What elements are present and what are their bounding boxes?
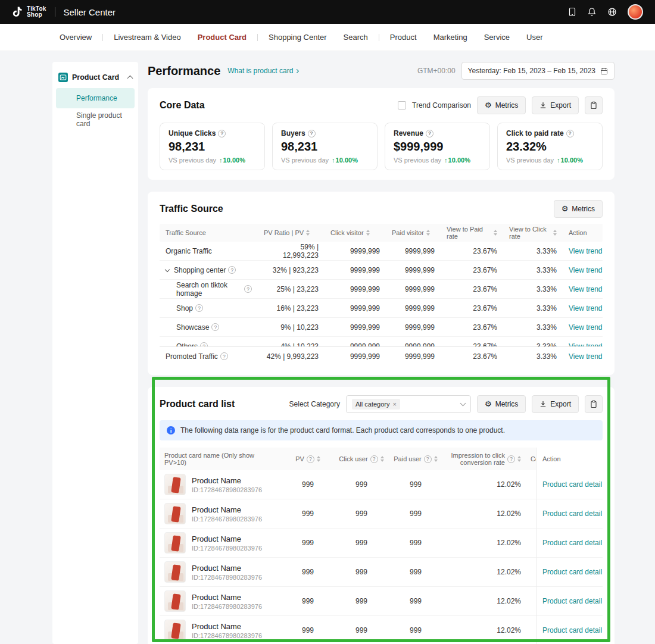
gear-icon — [485, 101, 492, 110]
nav-item-product-card[interactable]: Product Card — [191, 33, 254, 42]
product-card-detail-link[interactable]: Product card detail — [542, 480, 602, 489]
product-card-detail-link[interactable]: Product card detail — [542, 509, 602, 518]
paid-visitor-cell: 9999,999 — [386, 285, 441, 293]
info-icon[interactable] — [220, 352, 228, 360]
stat-unique-clicks: Unique Clicks 98,231 VS previous day10.0… — [160, 123, 265, 170]
bell-icon[interactable] — [587, 7, 597, 17]
brand[interactable]: TikTok Shop Seller Center — [12, 6, 116, 18]
metrics-button-label: Metrics — [495, 400, 519, 408]
copy-report-button[interactable] — [585, 96, 603, 114]
pv-cell: 25% | 23,223 — [258, 285, 325, 293]
product-name: Product Name — [192, 622, 262, 631]
info-icon[interactable] — [566, 130, 574, 137]
view-trend-link[interactable]: View trend — [569, 285, 602, 293]
sidebar-item-performance[interactable]: Performance — [56, 88, 135, 108]
nav-item-marketing[interactable]: Marketing — [426, 33, 475, 42]
category-select[interactable]: All category × — [346, 395, 471, 413]
product-card-detail-link[interactable]: Product card detail — [542, 626, 602, 634]
main-content: Performance What is product card GTM+00:… — [148, 62, 615, 644]
sort-icon[interactable] — [434, 456, 438, 462]
view-trend-link[interactable]: View trend — [569, 304, 602, 312]
nav-item-service[interactable]: Service — [477, 33, 517, 42]
trend-comparison-checkbox[interactable] — [398, 101, 406, 110]
close-icon[interactable]: × — [392, 401, 396, 408]
click-visitor-cell: 9999,999 — [325, 285, 386, 293]
export-button[interactable]: Export — [532, 395, 579, 413]
nav-item-search[interactable]: Search — [336, 33, 375, 42]
traffic-source-head: Traffic Source Metrics — [160, 200, 603, 218]
product-card-detail-link[interactable]: Product card detail — [542, 539, 602, 547]
info-icon[interactable] — [426, 130, 433, 137]
date-range-picker[interactable]: Yesterday: Feb 15, 2023 – Feb 15, 2023 — [461, 62, 615, 80]
product-image — [164, 532, 186, 554]
metrics-button[interactable]: Metrics — [554, 200, 603, 218]
info-icon[interactable] — [507, 455, 515, 463]
info-icon[interactable] — [424, 455, 432, 463]
export-button[interactable]: Export — [532, 96, 579, 114]
sort-icon[interactable] — [553, 230, 557, 236]
pv-cell: 999 — [282, 539, 334, 547]
paid-user-cell: 999 — [389, 509, 442, 518]
page-header: Performance What is product card GTM+00:… — [148, 62, 615, 80]
sort-icon[interactable] — [426, 230, 430, 236]
clipboard-icon — [590, 400, 598, 408]
metrics-button[interactable]: Metrics — [477, 395, 526, 413]
paid-visitor-cell: 9999,999 — [386, 342, 441, 347]
view-to-paid-cell: 23.67% — [441, 304, 503, 312]
pv-cell: 32% | 923,223 — [258, 266, 325, 274]
traffic-table-scroll-area[interactable]: Organic Traffic 59% | 12,993,223 9999,99… — [160, 242, 603, 346]
pv-cell: 999 — [282, 568, 334, 576]
nav-item-overview[interactable]: Overview — [52, 33, 99, 42]
info-icon[interactable] — [307, 455, 314, 463]
view-trend-link[interactable]: View trend — [569, 342, 602, 347]
traffic-row-shopping-center: Shopping center 32% | 923,223 9999,999 9… — [160, 261, 603, 280]
what-is-product-card-link[interactable]: What is product card — [227, 67, 298, 75]
stat-value: $999,999 — [394, 140, 481, 154]
sort-icon[interactable] — [317, 456, 320, 462]
avatar[interactable] — [628, 4, 643, 20]
view-trend-link[interactable]: View trend — [569, 247, 602, 255]
traffic-source-title: Traffic Source — [160, 204, 223, 214]
topbar-actions — [568, 4, 643, 20]
metrics-button-label: Metrics — [495, 101, 519, 110]
source-name: Showcase — [176, 323, 209, 332]
info-icon[interactable] — [195, 304, 203, 312]
view-to-paid-cell: 23.67% — [441, 285, 503, 293]
product-list-head: Product card list Select Category All ca… — [160, 395, 603, 413]
sort-icon[interactable] — [494, 230, 497, 236]
source-name: Promoted Traffic — [166, 352, 218, 361]
sidebar-group-product-card[interactable]: Product Card — [52, 68, 138, 87]
info-icon[interactable] — [218, 130, 226, 137]
nav-item-livestream-video[interactable]: Livestream & Video — [107, 33, 188, 42]
globe-icon[interactable] — [607, 7, 617, 17]
nav-divider — [379, 34, 379, 41]
info-icon[interactable] — [244, 285, 252, 293]
gtm-label: GTM+00:00 — [417, 67, 456, 75]
nav-item-shopping-center[interactable]: Shopping Center — [261, 33, 334, 42]
view-trend-link[interactable]: View trend — [569, 266, 602, 274]
info-icon[interactable] — [211, 323, 219, 331]
chevron-down-icon[interactable] — [165, 267, 170, 271]
info-icon[interactable] — [308, 130, 316, 137]
product-card-detail-link[interactable]: Product card detail — [542, 597, 602, 605]
view-trend-link[interactable]: View trend — [569, 352, 602, 361]
sidebar-item-single-product-card[interactable]: Single product card — [56, 110, 135, 130]
impression-rate-cell: 12.02% — [442, 480, 526, 489]
sort-icon[interactable] — [306, 230, 310, 236]
col-click-visitor: Click visitor — [330, 229, 364, 236]
sort-icon[interactable] — [380, 456, 384, 462]
view-trend-link[interactable]: View trend — [569, 323, 602, 332]
nav-item-user[interactable]: User — [519, 33, 550, 42]
mobile-app-icon[interactable] — [568, 7, 576, 17]
info-icon[interactable] — [370, 455, 378, 463]
sort-icon[interactable] — [366, 230, 370, 236]
chevron-up-icon — [127, 76, 133, 82]
product-card-detail-link[interactable]: Product card detail — [542, 568, 602, 576]
metrics-button[interactable]: Metrics — [477, 96, 526, 114]
info-icon[interactable] — [200, 342, 208, 346]
click-user-cell: 999 — [334, 509, 389, 518]
sort-icon[interactable] — [517, 456, 521, 462]
info-icon[interactable] — [228, 266, 236, 274]
copy-report-button[interactable] — [585, 395, 603, 413]
nav-item-product[interactable]: Product — [383, 33, 424, 42]
